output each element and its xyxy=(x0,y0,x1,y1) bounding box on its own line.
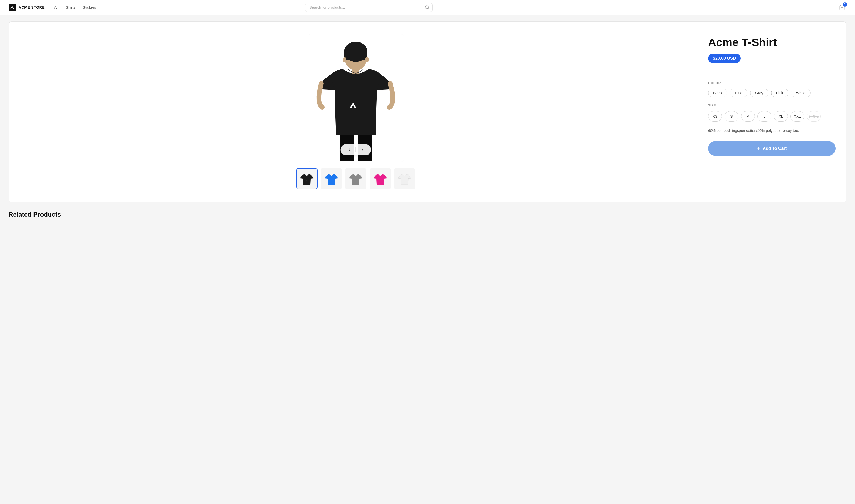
product-title: Acme T-Shirt xyxy=(708,36,836,49)
nav-shirts[interactable]: Shirts xyxy=(63,4,78,11)
main-content: Acme T-Shirt $20.00 USD COLOR Black Blue… xyxy=(0,15,855,224)
color-blue[interactable]: Blue xyxy=(730,89,747,97)
svg-line-3 xyxy=(428,8,429,9)
color-options: Black Blue Gray Pink White xyxy=(708,89,836,97)
search-bar xyxy=(305,3,433,12)
thumbnail-white[interactable] xyxy=(394,168,415,189)
thumbnail-gray[interactable] xyxy=(345,168,366,189)
main-nav: All Shirts Stickers xyxy=(51,4,99,11)
price-badge: $20.00 USD xyxy=(708,54,741,63)
prev-image-button[interactable] xyxy=(346,147,353,153)
add-to-cart-label: Add To Cart xyxy=(763,146,787,151)
size-xs[interactable]: XS xyxy=(708,111,722,122)
logo-icon xyxy=(8,4,16,11)
svg-point-2 xyxy=(425,5,428,9)
color-white[interactable]: White xyxy=(791,89,810,97)
header: ACME STORE All Shirts Stickers 1 xyxy=(0,0,855,15)
svg-point-14 xyxy=(343,57,347,62)
size-options: XS S M L XL XXL XXXL xyxy=(708,111,836,122)
thumbnail-pink[interactable] xyxy=(370,168,391,189)
color-label: COLOR xyxy=(708,81,836,85)
svg-rect-8 xyxy=(344,52,367,60)
size-s[interactable]: S xyxy=(725,111,738,122)
size-l[interactable]: L xyxy=(757,111,771,122)
product-description: 60% combed ringspun cotton/40% polyester… xyxy=(708,128,836,133)
nav-stickers[interactable]: Stickers xyxy=(80,4,99,11)
next-image-button[interactable] xyxy=(359,147,366,153)
size-xxl[interactable]: XXL xyxy=(790,111,804,122)
thumbnail-strip xyxy=(296,168,415,189)
store-name: ACME STORE xyxy=(19,5,45,10)
search-button[interactable] xyxy=(424,5,429,10)
thumbnail-black[interactable] xyxy=(296,168,317,189)
logo[interactable]: ACME STORE xyxy=(8,4,45,11)
related-products-section: Related Products xyxy=(8,202,847,218)
size-xl[interactable]: XL xyxy=(774,111,788,122)
thumbnail-blue[interactable] xyxy=(321,168,342,189)
related-products-title: Related Products xyxy=(8,211,847,218)
add-icon: + xyxy=(757,146,760,151)
product-image-section xyxy=(19,34,692,189)
color-black[interactable]: Black xyxy=(708,89,727,97)
nav-divider xyxy=(356,147,356,152)
svg-point-15 xyxy=(365,57,369,62)
main-product-image xyxy=(308,34,404,162)
product-details: Acme T-Shirt $20.00 USD COLOR Black Blue… xyxy=(708,34,836,156)
section-divider-1 xyxy=(708,76,836,76)
image-navigator xyxy=(341,144,371,155)
size-label: SIZE xyxy=(708,104,836,107)
add-to-cart-button[interactable]: + Add To Cart xyxy=(708,141,836,156)
nav-all[interactable]: All xyxy=(51,4,62,11)
size-m[interactable]: M xyxy=(741,111,755,122)
color-gray[interactable]: Gray xyxy=(750,89,768,97)
cart-button[interactable]: 1 xyxy=(837,3,847,12)
color-pink[interactable]: Pink xyxy=(771,89,788,97)
search-input[interactable] xyxy=(305,3,433,12)
cart-badge: 1 xyxy=(843,2,847,7)
size-xxxl[interactable]: XXXL xyxy=(807,111,821,122)
product-card: Acme T-Shirt $20.00 USD COLOR Black Blue… xyxy=(8,21,847,202)
main-image-wrapper xyxy=(300,34,412,162)
